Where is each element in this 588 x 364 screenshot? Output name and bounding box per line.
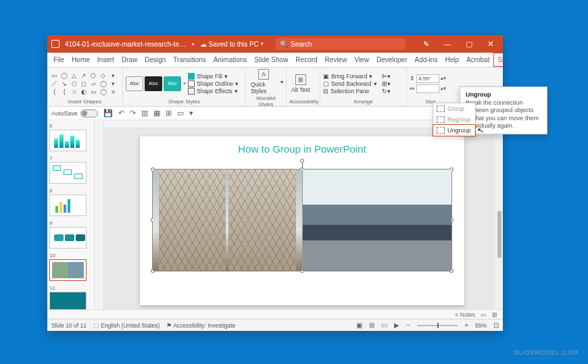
tab-review[interactable]: Review	[322, 53, 351, 67]
ribbon-group-insert-shapes: ▭◯△↗⬠◇▾ ／↘⬡◻▱◯▾ ({☆◐▭◯≡ Insert Shapes	[47, 68, 123, 106]
tab-developer[interactable]: Developer	[373, 53, 411, 67]
tab-slideshow[interactable]: Slide Show	[251, 53, 291, 67]
menu-ungroup[interactable]: Ungroup	[433, 124, 476, 136]
shape-fill-button[interactable]: Shape Fill ▾	[188, 73, 239, 80]
minimize-button[interactable]: —	[439, 40, 456, 48]
powerpoint-window: 4104-01-exclusive-market-research-templa…	[47, 35, 503, 331]
save-state[interactable]: ☁ Saved to this PC ▾	[200, 41, 264, 48]
tab-shape-format[interactable]: Shape Format	[493, 53, 503, 67]
style-swatches[interactable]: Abc Abc Abc	[126, 76, 181, 91]
zoom-in-button[interactable]: +	[464, 321, 468, 329]
slide-title[interactable]: How to Group in PowerPoint	[140, 136, 464, 155]
fill-icon	[188, 73, 195, 80]
thumbnail-8[interactable]: 8	[49, 188, 92, 216]
group-dropdown-menu: Group Regroup Ungroup	[433, 103, 476, 136]
align-button[interactable]: ⊫▾	[382, 73, 391, 80]
send-backward-icon: ▢	[323, 80, 329, 87]
zoom-level[interactable]: 55%	[475, 322, 487, 329]
close-button[interactable]: ✕	[483, 39, 499, 49]
bring-forward-button[interactable]: ▣ Bring Forward ▾	[323, 73, 377, 80]
tab-acrobat[interactable]: Acrobat	[463, 53, 493, 67]
group-button[interactable]: ⊞▾	[382, 80, 391, 87]
save-icon[interactable]: 💾	[103, 109, 113, 118]
tab-addins[interactable]: Add-ins	[412, 53, 441, 67]
zoom-slider[interactable]	[417, 325, 458, 326]
qat-icon[interactable]: ▭	[177, 109, 184, 118]
qat-icon[interactable]: ▥	[141, 109, 148, 118]
notes-button[interactable]: ≡ Notes	[455, 311, 475, 318]
send-backward-button[interactable]: ▢ Send Backward ▾	[323, 80, 377, 87]
view-slideshow-button[interactable]: ▶	[394, 321, 399, 329]
status-bar: Slide 10 of 11 ⬚ English (United States)…	[47, 319, 503, 331]
height-input[interactable]: 4.55"	[416, 74, 439, 83]
group-icon	[437, 105, 445, 112]
tab-insert[interactable]: Insert	[94, 53, 118, 67]
zoom-out-button[interactable]: −	[406, 321, 410, 329]
tab-file[interactable]: File	[50, 53, 68, 67]
slide[interactable]: How to Group in PowerPoint	[140, 136, 464, 305]
title-bar: 4104-01-exclusive-market-research-templa…	[47, 35, 503, 53]
thumbnail-10[interactable]: 10	[49, 253, 92, 281]
file-name[interactable]: 4104-01-exclusive-market-research-templa…	[65, 41, 187, 48]
tab-animations[interactable]: Animations	[210, 53, 250, 67]
slide-counter[interactable]: Slide 10 of 11	[51, 322, 87, 329]
image-bridge[interactable]	[153, 170, 303, 271]
shape-effects-button[interactable]: Shape Effects ▾	[188, 88, 239, 95]
tab-home[interactable]: Home	[68, 53, 93, 67]
effects-icon	[188, 88, 195, 95]
selection-pane-icon: ⊟	[323, 88, 328, 95]
tab-record[interactable]: Record	[292, 53, 320, 67]
draw-mode-button[interactable]: ✎	[418, 40, 434, 49]
tab-design[interactable]: Design	[141, 53, 169, 67]
ribbon-tabs: File Home Insert Draw Design Transitions…	[47, 53, 503, 68]
rotate-handle[interactable]	[300, 159, 304, 163]
thumbnail-9[interactable]: 9	[49, 220, 92, 249]
width-input[interactable]	[416, 84, 439, 93]
language-status[interactable]: ⬚ English (United States)	[93, 322, 160, 329]
tab-draw[interactable]: Draw	[118, 53, 141, 67]
vertical-scrollbar[interactable]	[495, 130, 503, 309]
thumbnail-6[interactable]: 6	[49, 123, 92, 151]
qat-icon[interactable]: ⊞	[166, 109, 172, 118]
view-sorter-icon[interactable]: ⊞	[492, 311, 497, 318]
view-normal-icon[interactable]: ▭	[481, 311, 487, 318]
undo-icon[interactable]: ↶	[118, 109, 124, 118]
regroup-icon	[437, 116, 445, 123]
menu-group: Group	[433, 103, 475, 114]
watermark: SLIDEMODEL.COM	[514, 349, 579, 356]
selection-pane-button[interactable]: ⊟ Selection Pane	[323, 88, 377, 95]
tab-help[interactable]: Help	[441, 53, 462, 67]
redo-icon[interactable]: ↷	[130, 109, 136, 118]
tab-transitions[interactable]: Transitions	[170, 53, 210, 67]
alt-text-button[interactable]: ⊞ Alt Text	[289, 74, 312, 93]
fit-to-window-button[interactable]: ⊡	[493, 321, 499, 329]
view-sorter-button[interactable]: ⊞	[369, 321, 374, 329]
search-box[interactable]: 🔍 Search	[276, 38, 406, 50]
view-reading-button[interactable]: ▭	[381, 321, 387, 329]
shape-outline-button[interactable]: Shape Outline ▾	[188, 80, 239, 87]
ribbon-group-arrange: ▣ Bring Forward ▾ ▢ Send Backward ▾ ⊟ Se…	[320, 68, 407, 106]
accessibility-status[interactable]: ⚑ Accessibility: Investigate	[166, 322, 235, 329]
ribbon: ▭◯△↗⬠◇▾ ／↘⬡◻▱◯▾ ({☆◐▭◯≡ Insert Shapes Ab…	[47, 68, 503, 107]
maximize-button[interactable]: ▢	[461, 40, 477, 49]
ribbon-group-wordart: A Quick Styles ▾ WordArt Styles	[246, 68, 287, 106]
ribbon-group-shape-styles: Abc Abc Abc ▾ Shape Fill ▾ Shape Outline…	[123, 68, 246, 106]
shapes-gallery[interactable]: ▭◯△↗⬠◇▾ ／↘⬡◻▱◯▾ ({☆◐▭◯≡	[50, 72, 118, 95]
tab-view[interactable]: View	[351, 53, 372, 67]
qat-icon[interactable]: ▦	[153, 109, 160, 118]
autosave-toggle[interactable]: AutoSave	[51, 109, 98, 118]
selected-group[interactable]	[152, 169, 452, 271]
image-mountain[interactable]	[303, 170, 452, 271]
alt-text-icon: ⊞	[295, 74, 306, 85]
slide-canvas[interactable]: How to Group in PowerPoint	[95, 120, 503, 309]
rotate-button[interactable]: ↻▾	[382, 88, 391, 95]
search-icon: 🔍	[280, 41, 288, 48]
vertical-ruler	[95, 120, 104, 309]
view-normal-button[interactable]: ▣	[356, 321, 362, 329]
thumbnail-7[interactable]: 7	[49, 155, 92, 184]
qat-more-icon[interactable]: ▾	[189, 109, 193, 118]
thumbnail-11[interactable]: 11	[49, 285, 92, 309]
toggle-off-icon	[80, 109, 98, 118]
quick-styles-button[interactable]: A Quick Styles	[249, 69, 278, 95]
scrollbar-thumb[interactable]	[497, 211, 501, 258]
